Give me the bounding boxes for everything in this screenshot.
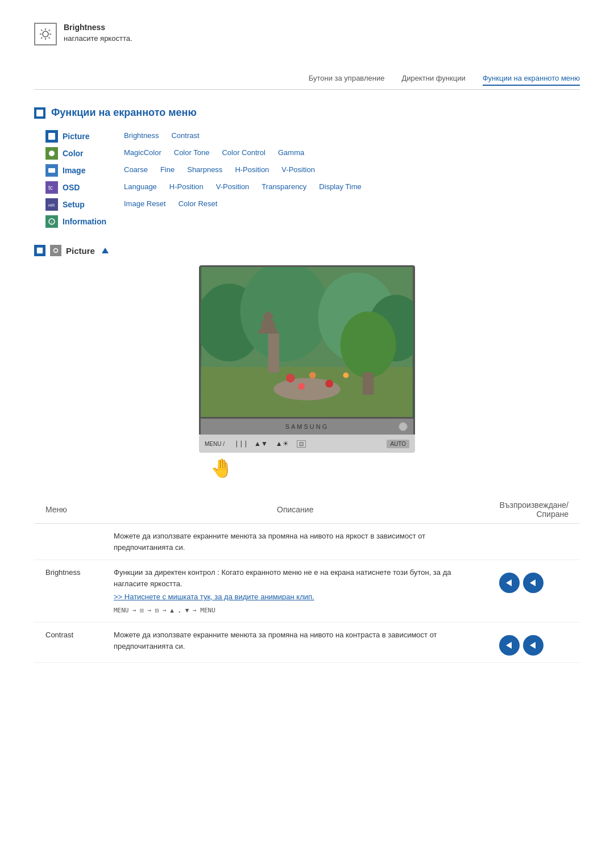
td-action-contrast [488,623,580,663]
svg-point-39 [343,373,349,378]
td-desc-intro: Можете да използвате екранните менюта за… [102,524,488,560]
menu-row-picture: Picture Brightness Contrast [45,130,580,143]
item-magiccolor[interactable]: MagicColor [119,147,166,158]
monitor-container: SAMSUNG MENU / ▕▕▕ ▲▼ ▲☀ ⊡ AUTO 🤚 [188,265,426,479]
setup-items: Image Reset Color Reset [119,198,580,209]
tab-buttons[interactable]: Бутони за управление [309,74,385,86]
brightness-link[interactable]: >> Натиснете с мишката тук, за да видите… [114,591,476,603]
ctrl-icon-3: ▲☀ [276,440,289,448]
item-sharpness[interactable]: Sharpness [182,164,227,175]
tab-direct[interactable]: Директни функции [401,74,465,86]
svg-point-34 [341,311,396,378]
item-gamma[interactable]: Gamma [273,147,309,158]
td-action-empty [488,524,580,560]
svg-rect-17 [37,248,43,253]
ctrl-icon-4: ⊡ [297,440,306,448]
osd-icon: tc [45,181,58,194]
play-btn-right[interactable] [523,573,544,593]
svg-text:HR: HR [48,203,55,208]
td-menu-contrast: Contrast [34,623,102,663]
monitor-brand-circle [399,422,408,431]
brightness-icon [34,23,57,45]
item-language[interactable]: Language [119,181,161,192]
svg-point-36 [286,374,295,383]
information-label: Information [63,217,106,226]
image-icon [45,164,58,177]
td-menu-brightness: Brightness [34,560,102,623]
setup-label: Setup [63,200,85,209]
item-colorreset[interactable]: Color Reset [174,198,222,209]
ctrl-icon-2: ▲▼ [254,440,268,448]
category-setup: HR Setup [45,198,119,211]
menu-label: MENU / [205,441,225,447]
hand-icon: 🤚 [210,458,233,478]
hand-area: 🤚 [210,457,233,479]
item-vposition[interactable]: V-Position [277,164,320,175]
picture-icon [45,130,58,143]
control-bar: MENU / ▕▕▕ ▲▼ ▲☀ ⊡ AUTO [199,435,415,453]
svg-rect-35 [363,373,374,395]
td-desc-brightness: Функции за директен контрол : Когато екр… [102,560,488,623]
item-coarse[interactable]: Coarse [119,164,152,175]
picture-label: Picture [63,132,89,141]
section-title-icon [34,107,45,119]
play-btn-left[interactable] [499,573,520,593]
category-osd: tc OSD [45,181,119,194]
color-items: MagicColor Color Tone Color Control Gamm… [119,147,580,158]
section-title: Функции на екранното меню [34,107,580,119]
svg-marker-43 [506,642,512,649]
top-section: Brightness нагласите яркостта. [34,11,580,57]
item-contrast[interactable]: Contrast [167,130,204,141]
top-brightness-desc: нагласите яркостта. [64,34,132,43]
menu-row-information: i Information [45,215,580,228]
tab-osd[interactable]: Функции на екранното меню [483,74,580,86]
table-row-intro: Можете да използвате екранните менюта за… [34,524,580,560]
svg-rect-10 [48,133,55,140]
svg-line-7 [49,30,50,31]
svg-point-11 [49,151,55,156]
osd-label: OSD [63,183,80,192]
brightness-play-buttons [499,573,569,593]
svg-point-38 [325,379,333,387]
monitor-brand-text: SAMSUNG [285,423,329,430]
image-label: Image [63,166,85,175]
item-imagereset[interactable]: Image Reset [119,198,171,209]
th-action: Възпроизвеждане/Спиране [488,496,580,524]
th-menu: Меню [34,496,102,524]
auto-button[interactable]: AUTO [387,440,409,448]
top-text-block: Brightness нагласите яркостта. [64,23,132,43]
item-brightness[interactable]: Brightness [119,130,163,141]
monitor-brand-bar: SAMSUNG [199,419,415,435]
monitor-screen-inner [201,267,413,417]
item-hposition[interactable]: H-Position [230,164,273,175]
svg-marker-44 [530,642,536,649]
picture-gray-icon [50,245,61,256]
section-heading: Функции на екранното меню [51,107,197,119]
svg-point-40 [298,383,305,390]
item-displaytime[interactable]: Display Time [314,181,366,192]
ctrl-icon-1: ▕▕▕ [233,441,246,447]
picture-header: Picture [34,245,580,256]
td-desc-contrast: Можете да използвате екранните менюта за… [102,623,488,663]
table-row-contrast: Contrast Можете да използвате екранните … [34,623,580,663]
item-colortone[interactable]: Color Tone [169,147,214,158]
intro-desc-text: Можете да използвате екранните менюта за… [114,531,476,553]
item-vposition-osd[interactable]: V-Position [211,181,254,192]
svg-rect-12 [48,168,55,173]
item-transparency[interactable]: Transparency [257,181,311,192]
item-hposition-osd[interactable]: H-Position [165,181,208,192]
image-items: Coarse Fine Sharpness H-Position V-Posit… [119,164,580,175]
contrast-desc-text: Можете да използвате екранните менюта за… [114,629,476,652]
svg-point-37 [309,372,316,379]
contrast-btn-right[interactable] [523,635,544,656]
svg-line-8 [41,37,42,39]
svg-line-5 [41,30,42,31]
top-brightness-title: Brightness [64,23,132,32]
menu-row-setup: HR Setup Image Reset Color Reset [45,198,580,211]
contrast-play-buttons [499,635,569,656]
picture-section: Picture [34,245,580,663]
contrast-btn-left[interactable] [499,635,520,656]
item-fine[interactable]: Fine [156,164,179,175]
category-picture: Picture [45,130,119,143]
item-colorcontrol[interactable]: Color Control [217,147,270,158]
